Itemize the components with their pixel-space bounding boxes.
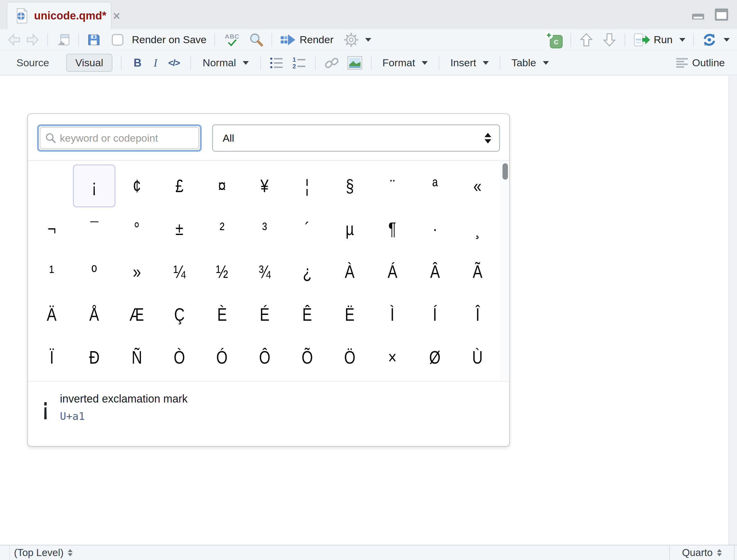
table-menu[interactable]: Table xyxy=(509,57,551,69)
char-cell[interactable]: » xyxy=(115,250,158,293)
char-cell[interactable]: Ð xyxy=(73,336,115,379)
char-cell[interactable]: µ xyxy=(329,207,371,250)
render-options-button[interactable] xyxy=(344,33,371,47)
char-cell[interactable]: Õ xyxy=(286,336,329,379)
outline-toggle[interactable]: Outline xyxy=(676,57,725,69)
insert-chunk-icon[interactable]: c + xyxy=(545,31,563,48)
category-select[interactable]: All xyxy=(212,124,500,152)
filetype-selector[interactable]: Quarto xyxy=(669,545,735,560)
grid-scrollbar-thumb[interactable] xyxy=(502,163,508,180)
link-icon[interactable] xyxy=(324,55,339,71)
format-menu[interactable]: Format xyxy=(380,57,430,69)
char-cell[interactable]: Ç xyxy=(158,293,201,336)
chunk-down-icon[interactable] xyxy=(602,33,617,47)
char-cell[interactable]: Ë xyxy=(329,293,371,336)
char-cell[interactable]: · xyxy=(414,207,456,250)
char-cell[interactable]: Á xyxy=(371,250,413,293)
source-mode-button[interactable]: Source xyxy=(12,57,53,69)
numbered-list-icon[interactable]: 1 2 xyxy=(292,56,307,70)
forward-icon[interactable] xyxy=(26,33,40,47)
save-icon[interactable] xyxy=(87,33,101,47)
char-cell[interactable]: Ê xyxy=(286,293,329,336)
insert-menu[interactable]: Insert xyxy=(448,57,491,69)
separator xyxy=(215,33,215,47)
search-in-file-icon[interactable] xyxy=(249,32,264,47)
char-cell[interactable]: Ã xyxy=(456,250,499,293)
scope-arrows-icon xyxy=(68,549,73,556)
char-cell[interactable]: Ä xyxy=(30,293,73,336)
char-cell[interactable]: Î xyxy=(456,293,499,336)
char-cell[interactable] xyxy=(30,164,73,207)
char-cell[interactable]: ² xyxy=(201,207,243,250)
char-cell[interactable]: Ï xyxy=(30,336,73,379)
char-cell[interactable]: Ò xyxy=(158,336,201,379)
editor-canvas[interactable]: All ¡¢£¤¥¦§¨ª«¬¯°±²³´µ¶·¸¹º»¼½¾¿ÀÁÂÃÄÅÆÇ… xyxy=(0,76,737,545)
char-cell[interactable]: ± xyxy=(158,207,201,250)
char-cell[interactable]: Â xyxy=(414,250,456,293)
char-cell[interactable]: ° xyxy=(115,207,158,250)
spellcheck-icon[interactable]: ABC xyxy=(225,33,240,46)
char-cell[interactable]: Ö xyxy=(329,336,371,379)
char-cell[interactable]: ¡ xyxy=(73,164,115,207)
char-cell[interactable]: ¢ xyxy=(115,164,158,207)
char-cell[interactable]: £ xyxy=(158,164,201,207)
visual-mode-button[interactable]: Visual xyxy=(66,54,112,72)
open-in-window-icon[interactable] xyxy=(56,33,71,47)
tab-unicode-qmd[interactable]: unicode.qmd* × xyxy=(7,2,112,29)
char-cell[interactable]: ¹ xyxy=(30,250,73,293)
bullet-list-icon[interactable] xyxy=(270,56,284,70)
paragraph-style-dropdown[interactable]: Normal xyxy=(200,57,252,69)
minimize-icon[interactable] xyxy=(690,9,706,21)
source-tools-icon[interactable] xyxy=(702,32,730,47)
render-button[interactable]: Render xyxy=(280,33,334,47)
char-cell[interactable]: Ñ xyxy=(115,336,158,379)
char-cell[interactable]: Ô xyxy=(243,336,286,379)
char-cell[interactable]: × xyxy=(371,336,413,379)
char-cell[interactable]: Ø xyxy=(414,336,456,379)
char-cell[interactable]: ½ xyxy=(201,250,243,293)
char-cell[interactable]: ´ xyxy=(286,207,329,250)
scope-selector[interactable]: (Top Level) xyxy=(9,545,73,560)
grid-scrollbar-track[interactable] xyxy=(501,161,508,380)
char-cell[interactable]: É xyxy=(243,293,286,336)
char-cell[interactable]: Å xyxy=(73,293,115,336)
char-cell[interactable]: Ó xyxy=(201,336,243,379)
char-cell[interactable]: À xyxy=(329,250,371,293)
italic-button[interactable]: I xyxy=(150,57,161,69)
chunk-up-icon[interactable] xyxy=(579,33,594,47)
char-glyph: ³ xyxy=(262,218,267,239)
char-cell[interactable]: º xyxy=(73,250,115,293)
char-cell[interactable]: ¨ xyxy=(371,164,413,207)
code-button[interactable]: </> xyxy=(166,58,182,68)
char-cell[interactable]: § xyxy=(329,164,371,207)
back-icon[interactable] xyxy=(7,33,21,47)
maximize-icon[interactable] xyxy=(714,8,729,21)
char-cell[interactable]: « xyxy=(456,164,499,207)
char-cell[interactable]: ¥ xyxy=(243,164,286,207)
char-cell[interactable]: È xyxy=(201,293,243,336)
char-cell[interactable]: ¶ xyxy=(371,207,413,250)
char-cell[interactable]: ¸ xyxy=(456,207,499,250)
char-cell[interactable]: Æ xyxy=(115,293,158,336)
close-icon[interactable]: × xyxy=(113,10,120,22)
char-cell[interactable]: Ù xyxy=(456,336,499,379)
char-cell[interactable]: ¦ xyxy=(286,164,329,207)
char-cell[interactable]: ª xyxy=(414,164,456,207)
char-cell[interactable]: ¾ xyxy=(243,250,286,293)
render-on-save-label[interactable]: Render on Save xyxy=(132,34,207,46)
char-cell[interactable]: ¬ xyxy=(30,207,73,250)
render-on-save-checkbox[interactable] xyxy=(112,34,123,46)
char-cell[interactable]: ¯ xyxy=(73,207,115,250)
image-icon[interactable] xyxy=(347,56,363,70)
char-cell[interactable]: ¿ xyxy=(286,250,329,293)
char-glyph: ´ xyxy=(305,218,310,239)
char-cell[interactable]: ¤ xyxy=(201,164,243,207)
run-button[interactable]: Run xyxy=(633,33,685,47)
char-cell[interactable]: Ì xyxy=(371,293,413,336)
search-input[interactable] xyxy=(40,127,199,149)
editor-scroll-gutter[interactable] xyxy=(728,76,737,545)
bold-button[interactable]: B xyxy=(130,57,145,69)
char-cell[interactable]: Í xyxy=(414,293,456,336)
char-cell[interactable]: ¼ xyxy=(158,250,201,293)
char-cell[interactable]: ³ xyxy=(243,207,286,250)
